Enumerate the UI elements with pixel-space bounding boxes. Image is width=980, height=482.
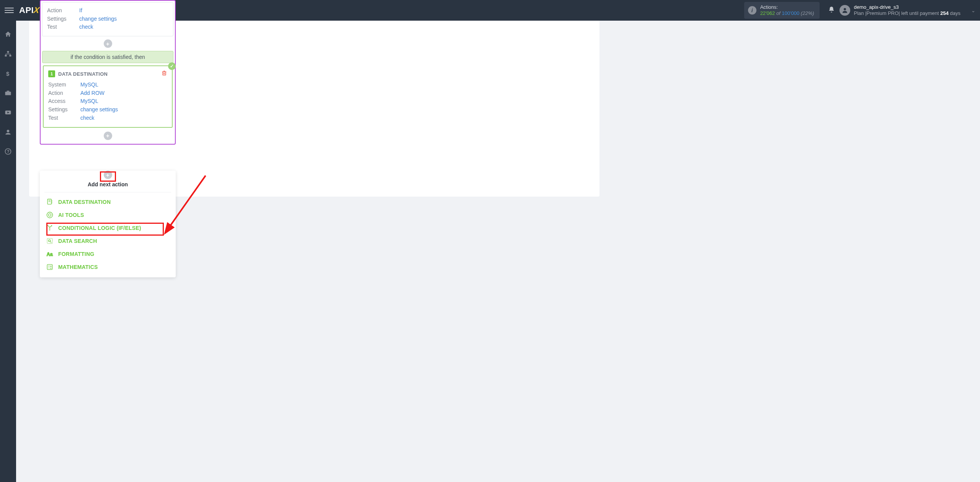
svg-point-0: [844, 8, 846, 10]
info-icon: i: [748, 6, 756, 15]
step-card-if: ActionIf Settingschange settings Testche…: [42, 2, 173, 21]
conditional-logic-block: ActionIf Settingschange settings Testche…: [40, 0, 176, 21]
row-value-link[interactable]: change settings: [79, 15, 117, 21]
actions-label: Actions:: [760, 4, 814, 10]
chevron-down-icon: ⌄: [971, 8, 975, 13]
logo-api: API: [19, 5, 34, 15]
bell-icon[interactable]: [825, 6, 838, 15]
user-plan: Plan |Premium PRO| left until payment 25…: [854, 10, 960, 16]
user-menu[interactable]: demo_apix-drive_s3 Plan |Premium PRO| le…: [840, 4, 975, 17]
avatar-icon: [840, 5, 850, 16]
actions-value: 22'062 of 100'000 (22%): [760, 10, 814, 16]
flow-column: ActionIf Settingschange settings Testche…: [40, 0, 176, 21]
row-label: Action: [47, 7, 79, 15]
menu-toggle-icon[interactable]: [5, 6, 14, 15]
actions-counter[interactable]: i Actions: 22'062 of 100'000 (22%): [744, 2, 820, 19]
row-value-link[interactable]: If: [79, 7, 82, 15]
user-name: demo_apix-drive_s3: [854, 4, 960, 10]
row-label: Settings: [47, 15, 79, 21]
